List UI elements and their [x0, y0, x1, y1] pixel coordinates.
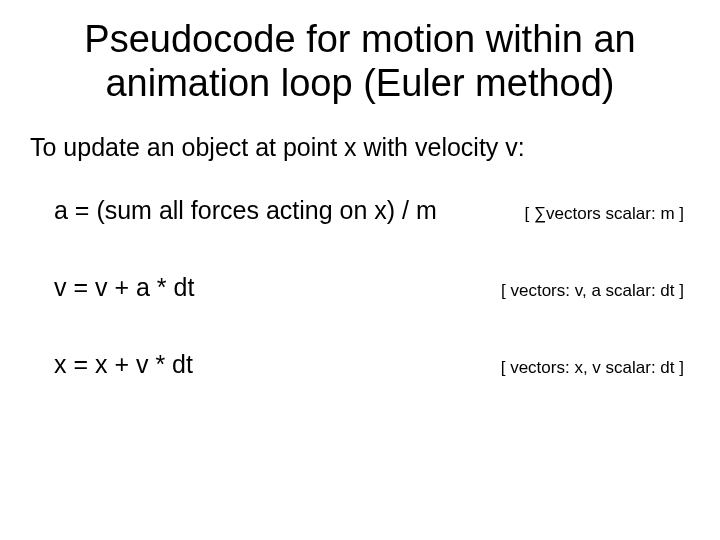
intro-text: To update an object at point x with velo…	[30, 133, 690, 162]
code-line: a = (sum all forces acting on x) / m	[30, 196, 437, 225]
code-row: x = x + v * dt [ vectors: x, v scalar: d…	[30, 350, 690, 379]
slide: Pseudocode for motion within an animatio…	[0, 0, 720, 540]
code-annotation: [ ∑vectors scalar: m ]	[525, 204, 690, 224]
code-row: v = v + a * dt [ vectors: v, a scalar: d…	[30, 273, 690, 302]
code-line: x = x + v * dt	[30, 350, 193, 379]
code-annotation: [ vectors: x, v scalar: dt ]	[501, 358, 690, 378]
code-line: v = v + a * dt	[30, 273, 194, 302]
code-row: a = (sum all forces acting on x) / m [ ∑…	[30, 196, 690, 225]
slide-title: Pseudocode for motion within an animatio…	[50, 18, 670, 105]
code-annotation: [ vectors: v, a scalar: dt ]	[501, 281, 690, 301]
